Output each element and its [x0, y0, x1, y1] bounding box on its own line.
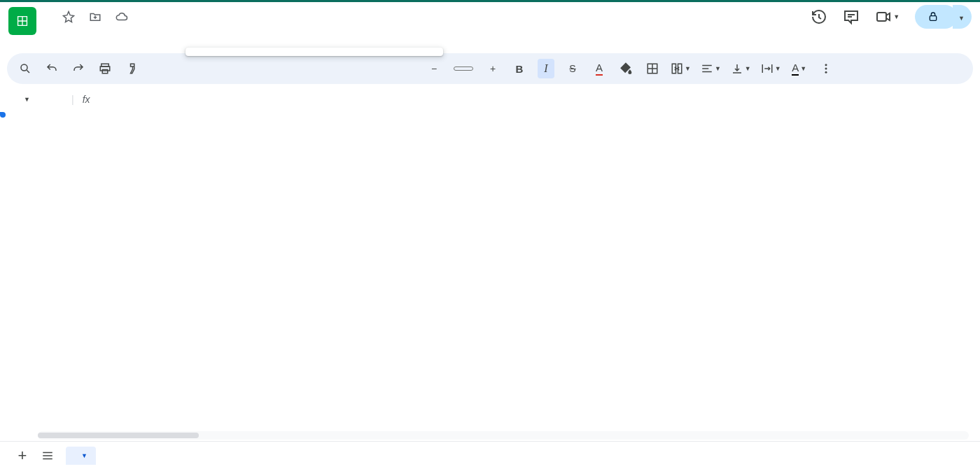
fx-icon: fx	[83, 94, 90, 105]
increase-font-icon[interactable]: +	[484, 59, 501, 78]
italic-icon[interactable]: I	[538, 59, 554, 78]
svg-point-10	[825, 71, 827, 74]
svg-rect-2	[930, 15, 936, 20]
sheets-logo[interactable]	[8, 7, 36, 35]
comment-icon[interactable]	[843, 8, 860, 25]
share-button[interactable]	[915, 5, 957, 29]
menubar	[0, 27, 980, 48]
text-color-icon[interactable]: A	[591, 59, 608, 78]
horizontal-align-icon[interactable]: ▼	[701, 59, 721, 78]
toolbar: − + B I S A ▼ ▼ ▼ ▼ A▼	[7, 53, 973, 84]
search-icon[interactable]	[17, 59, 34, 78]
format-menu-dropdown	[186, 48, 443, 56]
name-box[interactable]: ▼	[7, 96, 63, 103]
sheet-tab[interactable]: ▼	[66, 447, 96, 465]
svg-point-9	[825, 68, 827, 70]
vertical-align-icon[interactable]: ▼	[731, 59, 751, 78]
undo-icon[interactable]	[43, 59, 60, 78]
toolbar-overflow-icon[interactable]	[818, 59, 834, 78]
decrease-font-icon[interactable]: −	[426, 59, 442, 78]
font-size-input[interactable]	[454, 66, 473, 71]
paint-format-icon[interactable]	[123, 59, 140, 78]
meet-icon[interactable]: ▼	[875, 8, 899, 25]
selection-handle[interactable]	[0, 112, 6, 118]
horizontal-scrollbar[interactable]	[38, 431, 969, 440]
text-rotation-icon[interactable]: A▼	[791, 59, 808, 78]
fill-color-icon[interactable]	[617, 59, 634, 78]
merge-cells-icon[interactable]: ▼	[671, 59, 691, 78]
cloud-status-icon[interactable]	[113, 8, 130, 25]
redo-icon[interactable]	[70, 59, 87, 78]
move-icon[interactable]	[87, 8, 104, 25]
text-wrap-icon[interactable]: ▼	[761, 59, 781, 78]
add-sheet-button[interactable]: +	[10, 443, 35, 468]
bold-icon[interactable]: B	[511, 59, 528, 78]
svg-rect-1	[877, 13, 886, 21]
borders-icon[interactable]	[644, 59, 661, 78]
print-icon[interactable]	[97, 59, 113, 78]
share-dropdown[interactable]: ▼	[953, 5, 972, 29]
svg-point-8	[825, 64, 827, 66]
history-icon[interactable]	[811, 8, 827, 25]
svg-point-3	[21, 64, 27, 71]
all-sheets-button[interactable]	[35, 443, 60, 468]
strikethrough-icon[interactable]: S	[564, 59, 581, 78]
star-icon[interactable]	[60, 8, 77, 25]
